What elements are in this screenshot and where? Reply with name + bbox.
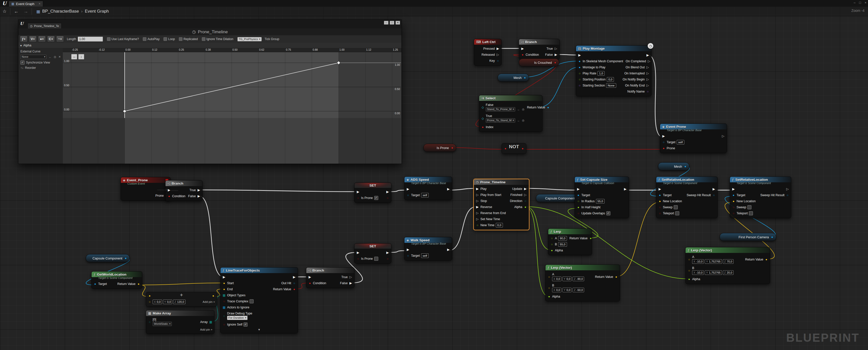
forward-icon[interactable]: → (24, 9, 28, 14)
obj-pin[interactable]: ○ (496, 59, 500, 62)
vector-field-z[interactable]: Z-50,0 (572, 288, 584, 292)
vec-pin[interactable]: ○ (687, 269, 691, 272)
node-branch-3[interactable]: ◁Branch▶True▷●ConditionFalse▶ (306, 267, 354, 288)
clear-icon[interactable]: ✕ (59, 55, 61, 59)
node-set-1[interactable]: SET▶▶○Is Prone✓○ (354, 183, 391, 203)
add-pin-button[interactable]: Add pin + (200, 328, 213, 331)
checkbox[interactable]: ✓ (244, 322, 248, 326)
float-pin[interactable]: ○ (476, 224, 479, 227)
browse-icon[interactable]: ◎ (522, 119, 525, 122)
obj-pin[interactable]: ○ (786, 194, 789, 197)
exec-pin[interactable]: ▶ (406, 188, 410, 191)
exec-pin[interactable]: ▷ (476, 199, 479, 202)
bool-pin[interactable]: ○ (732, 212, 735, 215)
favorite-star-icon[interactable]: ☆ (2, 8, 6, 14)
enum-pin[interactable]: ○ (524, 199, 527, 202)
bool-pin[interactable]: ○ (222, 323, 226, 326)
exec-pin[interactable]: ▶ (197, 195, 200, 198)
checkbox[interactable]: ✓ (374, 196, 378, 200)
exec-pin[interactable]: ▶ (577, 188, 580, 191)
dropdown[interactable]: Stand_To_Prone_M▾ (486, 107, 515, 112)
float-pin[interactable]: ○ (577, 200, 580, 203)
vector-field-z[interactable]: Z20,0 (723, 270, 734, 275)
node-branch-top[interactable]: ◁Branch▶True▷●ConditionFalse▶ (519, 39, 560, 60)
bool-pin[interactable]: ● (308, 282, 312, 285)
add-track-button-4[interactable]: ~+ (56, 36, 64, 42)
use-asset-icon[interactable]: ← (517, 108, 520, 111)
value-field[interactable]: 90,0 (558, 236, 567, 241)
exec-pin[interactable]: ▷ (476, 218, 479, 221)
node-select[interactable]: ⇉Select◇FalseStand_To_Prone_M▾←◎Return V… (479, 95, 542, 132)
value-field[interactable]: 0,0 (607, 77, 614, 82)
bool-pin[interactable]: ○ (732, 206, 735, 209)
obj-pin[interactable]: ○ (292, 282, 296, 285)
minimize-button[interactable]: – (384, 21, 389, 25)
vec-pin[interactable]: ● (148, 294, 151, 297)
breadcrumb-root[interactable]: BP_CharacterBase (42, 9, 79, 14)
option-checkbox-1[interactable] (143, 37, 146, 41)
exec-pin[interactable]: ▶ (356, 251, 360, 254)
node-ads-speed[interactable]: ◈ADS SpeedTarget is BP Character Base▶▶○… (404, 177, 452, 200)
obj-pin[interactable]: ● (658, 194, 661, 197)
vec-pin[interactable]: ● (222, 282, 226, 285)
obj-pin[interactable]: ● (577, 194, 580, 197)
node-set-capsule-size[interactable]: ƒSet Capsule SizeTarget is Capsule Colli… (575, 177, 629, 218)
pill-mesh-pill-top[interactable]: Mesh● (498, 74, 529, 82)
synchronize-view-checkbox[interactable]: ✓ (21, 61, 25, 65)
node-add-vector[interactable]: +●●○X0,0Y0,0Z120,0Add pin + (146, 292, 217, 307)
checkbox[interactable] (749, 211, 753, 215)
obj-pin[interactable]: ○ (662, 141, 665, 144)
exec-pin[interactable]: ▶ (197, 189, 200, 192)
bool-pin[interactable]: ● (167, 195, 171, 198)
fit-vertical-button[interactable]: ↕ (78, 54, 84, 60)
vector-field-x[interactable]: X0,0 (552, 288, 561, 292)
exec-pin[interactable]: ▷ (524, 193, 527, 196)
exec-pin[interactable]: ▷ (349, 276, 352, 279)
float-pin[interactable]: ○ (550, 237, 554, 240)
value-field[interactable]: None (606, 83, 616, 88)
float-pin[interactable]: ● (589, 237, 592, 240)
node-left-ctrl[interactable]: ⌨Left CtrlPressed▶Released▷Key○ (474, 39, 502, 66)
obj-pin[interactable]: ● (770, 235, 774, 238)
exec-pin[interactable]: ▶ (446, 248, 450, 251)
dropdown[interactable]: WorldStatic▾ (153, 322, 172, 326)
exec-pin[interactable]: ▶ (406, 248, 410, 251)
external-curve-dropdown[interactable]: None▾ (21, 55, 46, 59)
exec-pin[interactable]: ▶ (524, 187, 527, 190)
vec-pin[interactable]: ● (222, 288, 226, 291)
vector-field-y[interactable]: Y1,752765 (705, 270, 722, 275)
exec-pin[interactable]: ▷ (646, 66, 650, 69)
node-not[interactable]: NOT●● (502, 143, 526, 154)
exec-pin[interactable]: ▶ (349, 282, 352, 285)
timeline-window[interactable]: U ◷ Prone_Timeline_Te – □ ✕ ◷ Prone_Time… (18, 20, 402, 164)
timeline-tab[interactable]: ◷ Prone_Timeline_Te (28, 23, 62, 29)
vector-field-z[interactable]: Z120,0 (173, 299, 185, 304)
pill-mesh-pill-2[interactable]: Mesh● (658, 162, 689, 170)
fit-horizontal-button[interactable]: ↔ (71, 54, 77, 60)
exec-pin[interactable]: ▶ (496, 47, 500, 50)
reorder-arrows-icon[interactable]: ↑↓ (21, 66, 24, 70)
time-ruler[interactable]: -0.25-0.120.000.120.250.380.500.620.750.… (63, 48, 401, 52)
back-icon[interactable]: ← (14, 9, 19, 14)
bool-pin[interactable]: ● (662, 147, 665, 150)
bool-pin[interactable]: ○ (222, 300, 226, 303)
obj-pin[interactable]: ● (546, 106, 550, 109)
bool-pin[interactable]: ● (553, 61, 557, 64)
exec-pin[interactable]: ▷ (554, 47, 558, 50)
bool-pin[interactable]: ○ (386, 196, 389, 199)
option-checkbox-4[interactable] (202, 37, 206, 41)
node-get-world-location[interactable]: ƒGetWorldLocationTarget is Scene Compone… (91, 271, 142, 289)
obj-pin[interactable]: ● (732, 194, 735, 197)
checkbox[interactable] (674, 205, 678, 209)
node-lerp-vec-2[interactable]: ƒLerp (Vector)○AX-10,0Y1,752765Z70,0Retu… (685, 247, 770, 284)
node-walk-speed[interactable]: ◈Walk SpeedTarget is BP Character Base▶▶… (404, 237, 452, 260)
use-asset-icon[interactable]: ← (517, 119, 520, 122)
option-checkbox-0[interactable] (107, 37, 111, 41)
exec-pin[interactable]: ▶ (554, 53, 558, 56)
exec-pin[interactable]: ▷ (721, 135, 725, 138)
obj-pin[interactable]: ▦ (222, 306, 226, 309)
exec-pin[interactable]: ▷ (476, 193, 479, 196)
node-event-prone-custom[interactable]: ◈Event_ProneCustom Event▶Prone● (121, 177, 170, 200)
pill-fpc-pill[interactable]: First Person Camera● (720, 233, 776, 241)
exec-pin[interactable]: ▶ (712, 188, 716, 191)
